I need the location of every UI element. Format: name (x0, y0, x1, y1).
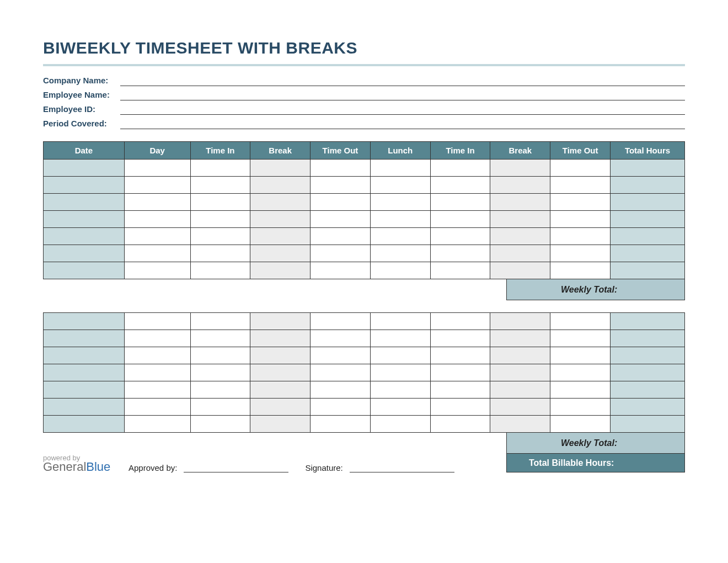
cell[interactable] (311, 416, 371, 433)
cell[interactable] (611, 313, 685, 330)
cell[interactable] (124, 211, 190, 228)
cell[interactable] (430, 211, 490, 228)
cell[interactable] (44, 364, 125, 381)
cell[interactable] (490, 313, 550, 330)
cell[interactable] (190, 177, 250, 194)
cell[interactable] (124, 262, 190, 279)
cell[interactable] (250, 228, 311, 245)
cell[interactable] (44, 228, 125, 245)
cell[interactable] (430, 364, 490, 381)
cell[interactable] (550, 313, 611, 330)
cell[interactable] (430, 416, 490, 433)
cell[interactable] (430, 194, 490, 211)
cell[interactable] (250, 347, 311, 364)
cell[interactable] (124, 416, 190, 433)
cell[interactable] (430, 160, 490, 177)
cell[interactable] (124, 228, 190, 245)
cell[interactable] (44, 160, 125, 177)
cell[interactable] (370, 194, 430, 211)
cell[interactable] (250, 381, 311, 399)
cell[interactable] (250, 399, 311, 416)
cell[interactable] (370, 313, 430, 330)
cell[interactable] (430, 399, 490, 416)
cell[interactable] (370, 211, 430, 228)
cell[interactable] (190, 245, 250, 262)
cell[interactable] (370, 228, 430, 245)
cell[interactable] (611, 416, 685, 433)
cell[interactable] (250, 194, 311, 211)
cell[interactable] (124, 194, 190, 211)
cell[interactable] (311, 194, 371, 211)
cell[interactable] (44, 416, 125, 433)
cell[interactable] (611, 364, 685, 381)
cell[interactable] (550, 228, 611, 245)
cell[interactable] (611, 399, 685, 416)
cell[interactable] (490, 194, 550, 211)
cell[interactable] (44, 330, 125, 347)
cell[interactable] (190, 364, 250, 381)
cell[interactable] (311, 228, 371, 245)
cell[interactable] (190, 313, 250, 330)
cell[interactable] (550, 330, 611, 347)
cell[interactable] (550, 399, 611, 416)
cell[interactable] (311, 399, 371, 416)
cell[interactable] (490, 330, 550, 347)
cell[interactable] (124, 364, 190, 381)
cell[interactable] (311, 262, 371, 279)
cell[interactable] (490, 364, 550, 381)
cell[interactable] (430, 262, 490, 279)
cell[interactable] (124, 347, 190, 364)
approved-by-input[interactable] (184, 461, 288, 472)
cell[interactable] (490, 262, 550, 279)
cell[interactable] (611, 262, 685, 279)
cell[interactable] (370, 381, 430, 399)
cell[interactable] (611, 381, 685, 399)
cell[interactable] (44, 262, 125, 279)
cell[interactable] (311, 177, 371, 194)
cell[interactable] (490, 399, 550, 416)
cell[interactable] (490, 177, 550, 194)
cell[interactable] (550, 211, 611, 228)
cell[interactable] (190, 330, 250, 347)
cell[interactable] (124, 330, 190, 347)
cell[interactable] (611, 177, 685, 194)
cell[interactable] (190, 160, 250, 177)
cell[interactable] (190, 194, 250, 211)
cell[interactable] (44, 194, 125, 211)
employee-input[interactable] (120, 88, 685, 100)
cell[interactable] (550, 416, 611, 433)
cell[interactable] (250, 313, 311, 330)
cell[interactable] (124, 160, 190, 177)
cell[interactable] (190, 262, 250, 279)
cell[interactable] (190, 228, 250, 245)
cell[interactable] (250, 364, 311, 381)
cell[interactable] (611, 347, 685, 364)
cell[interactable] (311, 364, 371, 381)
cell[interactable] (550, 364, 611, 381)
cell[interactable] (124, 177, 190, 194)
cell[interactable] (311, 245, 371, 262)
cell[interactable] (370, 416, 430, 433)
cell[interactable] (250, 245, 311, 262)
cell[interactable] (190, 211, 250, 228)
cell[interactable] (190, 399, 250, 416)
cell[interactable] (490, 381, 550, 399)
cell[interactable] (430, 177, 490, 194)
cell[interactable] (311, 330, 371, 347)
cell[interactable] (370, 245, 430, 262)
cell[interactable] (430, 245, 490, 262)
cell[interactable] (430, 313, 490, 330)
cell[interactable] (250, 160, 311, 177)
cell[interactable] (311, 381, 371, 399)
cell[interactable] (611, 211, 685, 228)
cell[interactable] (611, 245, 685, 262)
cell[interactable] (370, 364, 430, 381)
cell[interactable] (44, 347, 125, 364)
cell[interactable] (311, 160, 371, 177)
cell[interactable] (44, 381, 125, 399)
company-input[interactable] (120, 74, 685, 86)
period-input[interactable] (120, 117, 685, 129)
cell[interactable] (370, 160, 430, 177)
cell[interactable] (370, 262, 430, 279)
cell[interactable] (44, 177, 125, 194)
